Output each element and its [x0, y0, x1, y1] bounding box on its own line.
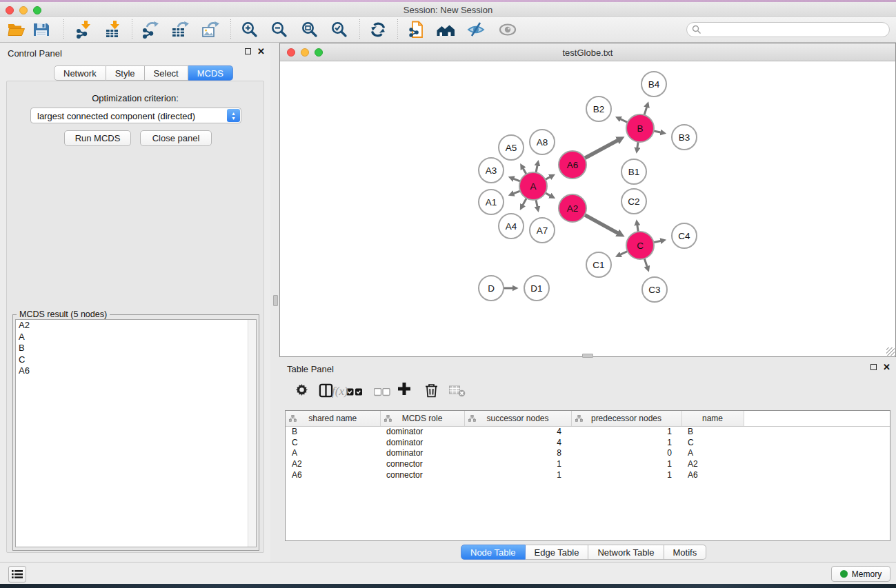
- new-network-from-file-icon[interactable]: [408, 20, 427, 39]
- node-label: A7: [537, 225, 548, 236]
- save-session-icon[interactable]: [32, 20, 51, 39]
- mcds-result-title: MCDS result (5 nodes): [17, 310, 110, 319]
- mcds-result-list[interactable]: A2ABCA6: [15, 319, 257, 547]
- add-row-icon[interactable]: [397, 381, 412, 399]
- network-view-window: testGlobe.txt B4B2BB3B1A5A8A6A3AA1A2C2A4…: [279, 43, 896, 357]
- delete-row-trash-icon[interactable]: [425, 383, 438, 401]
- refresh-icon[interactable]: [368, 20, 388, 39]
- table-row[interactable]: Adominator80A: [286, 447, 890, 458]
- mcds-result-item[interactable]: A2: [16, 320, 256, 332]
- window-resize-grip[interactable]: [886, 347, 895, 356]
- network-canvas[interactable]: B4B2BB3B1A5A8A6A3AA1A2C2A4A7C4CC1C3DD1: [280, 61, 895, 356]
- close-panel-button[interactable]: Close panel: [140, 130, 212, 146]
- memory-button[interactable]: Memory: [831, 566, 890, 582]
- toolbar-divider: [230, 19, 231, 40]
- tab-motifs[interactable]: Motifs: [664, 545, 707, 560]
- zoom-out-icon[interactable]: [270, 20, 289, 39]
- tab-style[interactable]: Style: [106, 65, 145, 81]
- insert-column-icon[interactable]: [319, 383, 333, 401]
- column-header-shared-name[interactable]: shared name: [286, 411, 380, 426]
- list-scrollbar[interactable]: [248, 320, 256, 547]
- apply-function-icon[interactable]: f(x): [332, 385, 348, 398]
- close-table-panel-icon[interactable]: ✕: [883, 364, 890, 370]
- import-network-icon[interactable]: [74, 20, 94, 39]
- network-edge[interactable]: [584, 141, 618, 159]
- node-label: B4: [648, 79, 660, 90]
- export-image-icon[interactable]: [201, 20, 220, 39]
- open-file-icon[interactable]: [7, 20, 26, 39]
- node-table[interactable]: shared name MCDS role successor nodes pr…: [285, 410, 890, 541]
- select-all-columns-icon[interactable]: [346, 387, 363, 399]
- control-panel-title: Control Panel: [8, 48, 62, 59]
- zoom-selected-icon[interactable]: [330, 20, 349, 39]
- export-table-icon[interactable]: [170, 20, 190, 39]
- deselect-all-columns-icon[interactable]: [374, 387, 390, 399]
- column-header-successor-nodes[interactable]: successor nodes: [464, 411, 571, 426]
- zoom-in-icon[interactable]: [240, 20, 259, 39]
- tab-select[interactable]: Select: [145, 65, 188, 81]
- node-label: C3: [648, 285, 660, 295]
- network-titlebar[interactable]: testGlobe.txt: [280, 43, 895, 61]
- column-header-name[interactable]: name: [681, 411, 744, 426]
- import-table-icon[interactable]: [103, 20, 123, 39]
- control-panel-header: Control Panel ✕: [0, 43, 270, 63]
- table-row[interactable]: A6connector11A6: [286, 469, 890, 480]
- task-list-icon: [12, 569, 23, 579]
- float-table-panel-icon[interactable]: [870, 364, 877, 370]
- select-stepper-icon: ▲▼: [227, 109, 240, 122]
- session-title: Session: New Session: [0, 5, 896, 15]
- network-window-title: testGlobe.txt: [280, 48, 895, 58]
- panel-divider-handle[interactable]: [582, 354, 593, 358]
- search-input[interactable]: [686, 22, 890, 37]
- toolbar-divider: [63, 19, 64, 40]
- cybrowser-home-icon[interactable]: [436, 20, 455, 39]
- node-label: B2: [593, 104, 605, 114]
- tab-mcds[interactable]: MCDS: [188, 65, 233, 81]
- mcds-result-item[interactable]: A: [16, 332, 256, 343]
- column-type-icon: [289, 415, 297, 422]
- mcds-result-item[interactable]: C: [16, 354, 256, 366]
- float-panel-icon[interactable]: [245, 48, 251, 54]
- zoom-fit-icon[interactable]: [300, 20, 319, 39]
- table-row[interactable]: A2connector11A2: [286, 458, 890, 469]
- column-header-mcds-role[interactable]: MCDS role: [380, 411, 464, 426]
- tab-network[interactable]: Network: [54, 65, 106, 81]
- memory-status-icon: [840, 570, 848, 578]
- delete-table-icon[interactable]: [449, 385, 466, 400]
- criterion-select[interactable]: largest connected component (directed) ▲…: [30, 108, 241, 123]
- node-label: C4: [678, 231, 690, 241]
- export-network-icon[interactable]: [141, 20, 160, 39]
- table-header-row: shared name MCDS role successor nodes pr…: [286, 411, 890, 426]
- task-history-button[interactable]: [8, 566, 26, 582]
- run-mcds-button[interactable]: Run MCDS: [64, 130, 131, 146]
- node-label: A4: [506, 221, 517, 232]
- memory-label: Memory: [852, 569, 882, 579]
- column-header-empty: [744, 411, 890, 426]
- network-edge[interactable]: [584, 214, 618, 233]
- search-icon: [692, 25, 701, 34]
- mcds-result-item[interactable]: A6: [16, 365, 256, 377]
- network-edge[interactable]: [644, 258, 647, 267]
- node-label: A: [530, 181, 536, 192]
- tab-edge-table[interactable]: Edge Table: [526, 545, 589, 560]
- show-graphics-details-icon[interactable]: [498, 20, 517, 39]
- mcds-result-fieldset: MCDS result (5 nodes) A2ABCA6: [12, 314, 259, 551]
- column-type-icon: [384, 415, 392, 422]
- node-label: C2: [628, 196, 639, 207]
- node-label: B3: [679, 132, 690, 143]
- close-panel-icon[interactable]: ✕: [257, 48, 265, 54]
- column-header-predecessor-nodes[interactable]: predecessor nodes: [571, 411, 681, 426]
- table-options-gear-icon[interactable]: [295, 383, 308, 399]
- tab-network-table[interactable]: Network Table: [588, 545, 664, 560]
- node-label: B1: [628, 167, 640, 177]
- hide-graphics-details-icon[interactable]: [466, 20, 486, 39]
- mcds-result-item[interactable]: B: [16, 343, 256, 354]
- table-row[interactable]: Bdominator41B: [286, 426, 890, 437]
- table-row[interactable]: Cdominator41C: [286, 437, 890, 448]
- node-table-body: Bdominator41BCdominator41CAdominator80AA…: [286, 426, 890, 480]
- toolbar-divider: [359, 19, 360, 40]
- panel-divider-handle[interactable]: [273, 295, 278, 306]
- tab-node-table[interactable]: Node Table: [461, 545, 526, 560]
- table-panel: Table Panel ✕ f(x) shared name MCDS role…: [279, 358, 896, 562]
- toolbar-divider: [397, 19, 398, 40]
